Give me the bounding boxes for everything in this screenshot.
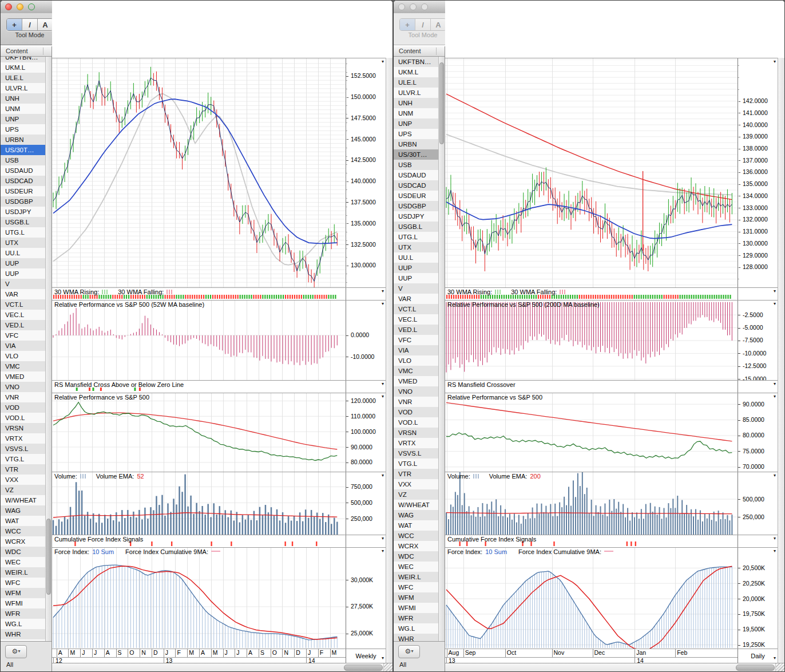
- filter-all-label[interactable]: All: [6, 661, 13, 668]
- sidebar-item[interactable]: VCT.L: [1, 299, 45, 310]
- sidebar-item[interactable]: ULVR.L: [394, 88, 438, 98]
- cfi-plot[interactable]: Cumulative Force Index Signals: [445, 535, 738, 547]
- sidebar-item[interactable]: UTX: [1, 238, 45, 248]
- resize-grip[interactable]: [775, 663, 784, 671]
- rp-baseline-plot[interactable]: Relative Performance vs S&P 500 (200D MA…: [445, 301, 738, 380]
- panel-options-dropdown[interactable]: ▾: [774, 473, 776, 478]
- sidebar-item[interactable]: WAT: [1, 516, 45, 526]
- volume-plot[interactable]: Volume:Volume EMA:52: [52, 472, 346, 535]
- sidebar-item[interactable]: WFR: [1, 608, 45, 619]
- sidebar-item[interactable]: VXX: [394, 479, 438, 489]
- chart-horizontal-scrollbar[interactable]: [52, 663, 392, 671]
- sidebar-item[interactable]: UNP: [1, 114, 45, 124]
- panel-options-dropdown[interactable]: ▾: [382, 394, 384, 399]
- sidebar-item[interactable]: USDGBP: [394, 201, 438, 211]
- sidebar-item[interactable]: USB: [1, 155, 45, 165]
- horizontal-scrollbar-thumb[interactable]: [736, 665, 775, 671]
- sidebar-item[interactable]: UKFTBN…: [394, 57, 438, 67]
- sidebar-item[interactable]: USDAUD: [394, 170, 438, 180]
- panel-options-dropdown[interactable]: ▾: [774, 536, 776, 541]
- sidebar-item[interactable]: WHR: [394, 634, 438, 642]
- sidebar-item[interactable]: WEC: [1, 557, 45, 567]
- sidebar-scrollbar-thumb[interactable]: [46, 519, 51, 595]
- sidebar-item[interactable]: USB: [394, 160, 438, 170]
- tool-text-button[interactable]: A: [38, 19, 53, 30]
- sidebar-item[interactable]: VAR: [1, 289, 45, 299]
- sidebar-item[interactable]: VLO: [1, 351, 45, 361]
- sidebar-item[interactable]: WEIR.L: [394, 572, 438, 582]
- horizontal-scrollbar-thumb[interactable]: [344, 665, 383, 671]
- sidebar-item[interactable]: WEIR.L: [1, 567, 45, 578]
- sidebar-item[interactable]: V: [1, 279, 45, 289]
- tool-line-button[interactable]: /: [415, 19, 431, 30]
- sidebar-item[interactable]: VNO: [1, 382, 45, 392]
- sidebar-item[interactable]: US/30T…: [394, 149, 438, 160]
- sidebar-item[interactable]: VRTX: [394, 438, 438, 448]
- sidebar-item[interactable]: VTG.L: [394, 458, 438, 469]
- chart-vertical-scrollbar[interactable]: [386, 58, 392, 663]
- sidebar-item[interactable]: US/30T…: [1, 145, 45, 155]
- sidebar-item[interactable]: VED.L: [1, 320, 45, 330]
- sidebar-item[interactable]: VZ: [1, 485, 45, 495]
- volume-plot[interactable]: Volume:Volume EMA:200: [445, 472, 738, 535]
- sidebar-item[interactable]: UU.L: [394, 252, 438, 263]
- panel-options-dropdown[interactable]: ▾: [774, 301, 776, 306]
- sidebar-item[interactable]: ULE.L: [1, 73, 45, 83]
- sidebar-item[interactable]: VXX: [1, 475, 45, 485]
- sidebar-item[interactable]: URBN: [394, 139, 438, 149]
- sidebar-item[interactable]: V: [394, 283, 438, 294]
- price-plot[interactable]: [52, 58, 346, 287]
- sidebar-item[interactable]: USDCAD: [394, 180, 438, 191]
- tool-line-button[interactable]: /: [22, 19, 38, 30]
- sidebar-item[interactable]: USDJPY: [394, 211, 438, 222]
- sidebar-item[interactable]: WCC: [394, 531, 438, 541]
- sidebar-item[interactable]: UNH: [394, 98, 438, 108]
- sidebar-item[interactable]: WFM: [394, 592, 438, 603]
- sidebar-item[interactable]: VIA: [1, 341, 45, 351]
- sidebar-item[interactable]: WCRX: [1, 536, 45, 547]
- mansfield-plot[interactable]: RS Mansfield Crossover: [445, 381, 738, 393]
- interval-dropdown[interactable]: Weekly▾: [346, 649, 386, 664]
- sidebar-item[interactable]: WCC: [1, 526, 45, 536]
- sidebar-item[interactable]: WFR: [394, 613, 438, 623]
- price-plot[interactable]: [445, 58, 738, 287]
- sidebar-item[interactable]: VTR: [394, 469, 438, 479]
- sidebar-scrollbar-thumb[interactable]: [439, 62, 444, 144]
- sidebar-item[interactable]: VOD.L: [1, 413, 45, 423]
- panel-options-dropdown[interactable]: ▾: [774, 394, 776, 399]
- panel-options-dropdown[interactable]: ▾: [382, 548, 384, 554]
- sidebar-item[interactable]: WFMI: [394, 603, 438, 613]
- sidebar-item[interactable]: VMED: [1, 371, 45, 382]
- mansfield-plot[interactable]: RS Mansfield Cross Above or Below Zero L…: [52, 381, 346, 393]
- force-index-plot[interactable]: Force Index:10 SumForce Index Cumulative…: [445, 548, 738, 649]
- resize-grip[interactable]: [383, 663, 392, 671]
- sidebar-scrollbar[interactable]: [45, 57, 51, 642]
- sidebar-item[interactable]: WFM: [1, 588, 45, 598]
- sidebar-item[interactable]: UNP: [394, 118, 438, 129]
- sidebar-item[interactable]: VLO: [394, 355, 438, 366]
- sidebar-item[interactable]: USDCAD: [1, 176, 45, 186]
- sidebar-item[interactable]: VIA: [394, 345, 438, 355]
- panel-options-dropdown[interactable]: ▾: [774, 381, 776, 386]
- sidebar-item[interactable]: UKM.L: [1, 62, 45, 73]
- panel-options-dropdown[interactable]: ▾: [382, 301, 384, 306]
- sidebar-item[interactable]: WDC: [1, 547, 45, 557]
- sidebar-item[interactable]: WEC: [394, 562, 438, 572]
- filter-all-label[interactable]: All: [399, 661, 406, 668]
- sidebar-item[interactable]: WFC: [1, 578, 45, 588]
- sidebar-item[interactable]: USDEUR: [1, 186, 45, 196]
- chart-vertical-scrollbar[interactable]: [778, 58, 784, 663]
- sidebar-item[interactable]: UNM: [1, 104, 45, 114]
- sidebar-item[interactable]: UU.L: [1, 248, 45, 258]
- sidebar-item[interactable]: UUP: [394, 273, 438, 283]
- sidebar-item[interactable]: WAT: [394, 520, 438, 531]
- panel-options-dropdown[interactable]: ▾: [382, 473, 384, 478]
- panel-options-dropdown[interactable]: ▾: [382, 381, 384, 386]
- sidebar-item[interactable]: WFMI: [1, 598, 45, 608]
- sidebar-item[interactable]: VFC: [1, 330, 45, 341]
- sidebar-item[interactable]: WFC: [394, 582, 438, 592]
- sidebar-item[interactable]: VEC.L: [394, 314, 438, 325]
- sidebar-item[interactable]: UTG.L: [394, 232, 438, 242]
- panel-options-dropdown[interactable]: ▾: [382, 536, 384, 541]
- panel-options-dropdown[interactable]: ▾: [774, 288, 776, 294]
